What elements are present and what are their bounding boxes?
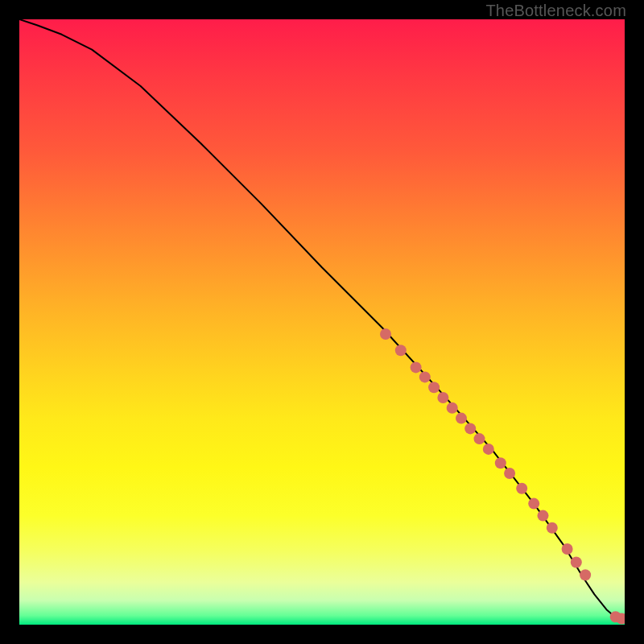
- sample-dot: [504, 468, 515, 479]
- sample-dot: [571, 557, 582, 568]
- plot-area: [19, 19, 625, 625]
- sample-dot: [528, 498, 539, 510]
- sample-dot: [516, 483, 527, 494]
- sample-dot: [538, 510, 549, 522]
- sample-dot: [447, 402, 458, 414]
- sample-dot: [474, 433, 485, 444]
- sample-dots-group: [380, 328, 625, 625]
- sample-dot: [547, 522, 558, 534]
- sample-dot: [419, 371, 431, 382]
- sample-dot: [428, 382, 440, 393]
- sample-dot: [483, 444, 494, 455]
- sample-dot: [437, 392, 448, 403]
- sample-dot: [495, 457, 506, 469]
- chart-overlay-svg: [19, 19, 625, 625]
- sample-dot: [411, 361, 422, 373]
- sample-dot: [562, 543, 573, 555]
- chart-stage: TheBottleneck.com: [0, 0, 644, 644]
- sample-dot: [456, 413, 467, 424]
- sample-dot: [395, 345, 407, 356]
- attribution-label: TheBottleneck.com: [485, 2, 626, 20]
- sample-dot: [580, 569, 591, 580]
- sample-dot: [464, 423, 476, 434]
- sample-dot: [380, 328, 391, 340]
- bottleneck-curve-path: [19, 19, 625, 619]
